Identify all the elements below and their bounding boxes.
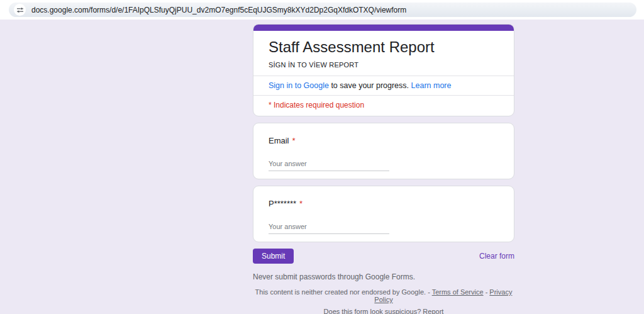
password-answer-input[interactable] xyxy=(269,221,389,234)
form-title-section: Staff Assessment Report SİGN İN TO VİEW … xyxy=(253,31,514,76)
report-link[interactable]: Report xyxy=(423,308,443,314)
form-header-card: Staff Assessment Report SİGN İN TO VİEW … xyxy=(253,24,514,116)
email-question-label: Email xyxy=(269,136,289,145)
sign-in-to-google-link[interactable]: Sign in to Google xyxy=(269,81,329,90)
site-settings-icon[interactable] xyxy=(14,4,26,16)
signin-row: Sign in to Google to save your progress.… xyxy=(253,76,514,95)
disclaimer-text: This content is neither created nor endo… xyxy=(255,288,432,296)
browser-top-bar: docs.google.com/forms/d/e/1FAIpQLSfuyQjP… xyxy=(0,0,644,20)
submit-button[interactable]: Submit xyxy=(253,249,294,264)
required-asterisk: * xyxy=(299,199,303,208)
question-card-email: Email* xyxy=(253,123,514,179)
form-subtitle: SİGN İN TO VİEW REPORT xyxy=(269,61,499,69)
form-page: Staff Assessment Report SİGN İN TO VİEW … xyxy=(0,20,644,314)
suspicious-text: Does this form look suspicious? xyxy=(324,308,423,314)
url-text[interactable]: docs.google.com/forms/d/e/1FAIpQLSfuyQjP… xyxy=(31,6,406,14)
learn-more-link[interactable]: Learn more xyxy=(411,81,452,90)
form-title: Staff Assessment Report xyxy=(269,38,499,56)
clear-form-button[interactable]: Clear form xyxy=(479,252,514,261)
form-actions-row: Submit Clear form xyxy=(253,249,514,264)
password-warning-text: Never submit passwords through Google Fo… xyxy=(253,272,514,281)
email-answer-input[interactable] xyxy=(269,159,389,171)
disclaimer-line: This content is neither created nor endo… xyxy=(253,288,514,303)
required-note: * Indicates required question xyxy=(253,96,514,116)
question-label-row: P******** xyxy=(269,198,499,209)
disclaimer-separator: - xyxy=(484,288,490,296)
suspicious-line: Does this form look suspicious? Report xyxy=(253,308,514,314)
signin-middle-text: to save your progress. xyxy=(329,81,411,90)
question-label-row: Email* xyxy=(269,135,499,146)
terms-of-service-link[interactable]: Terms of Service xyxy=(432,288,484,296)
password-question-label: P******* xyxy=(269,199,296,208)
address-bar[interactable]: docs.google.com/forms/d/e/1FAIpQLSfuyQjP… xyxy=(9,3,636,17)
form-column: Staff Assessment Report SİGN İN TO VİEW … xyxy=(253,24,514,314)
required-asterisk: * xyxy=(292,136,296,145)
form-theme-bar xyxy=(253,25,514,31)
question-card-password: P******** xyxy=(253,186,514,242)
